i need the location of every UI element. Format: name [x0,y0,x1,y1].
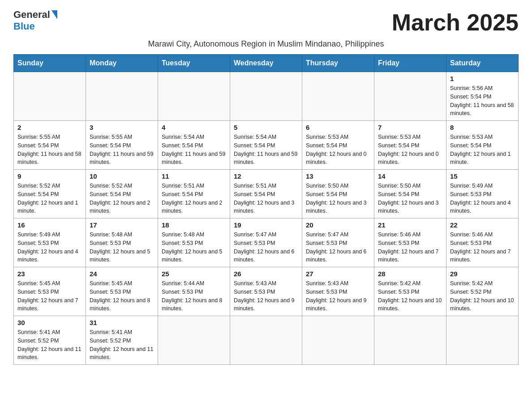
day-number: 14 [378,172,442,180]
day-number: 27 [306,270,370,278]
day-info: Sunrise: 5:41 AMSunset: 5:52 PMDaylight:… [90,328,154,362]
calendar-day-cell [302,72,374,121]
calendar-day-cell: 20Sunrise: 5:47 AMSunset: 5:53 PMDayligh… [302,218,374,267]
day-info: Sunrise: 5:42 AMSunset: 5:53 PMDaylight:… [378,279,442,313]
calendar-day-cell: 29Sunrise: 5:42 AMSunset: 5:52 PMDayligh… [446,267,519,316]
day-info: Sunrise: 5:51 AMSunset: 5:54 PMDaylight:… [162,182,226,215]
weekday-header-wednesday: Wednesday [230,55,302,72]
day-number: 5 [234,124,298,131]
day-info: Sunrise: 5:52 AMSunset: 5:54 PMDaylight:… [17,182,82,215]
day-info: Sunrise: 5:45 AMSunset: 5:53 PMDaylight:… [90,279,154,313]
day-number: 9 [17,172,82,180]
day-number: 7 [378,124,442,131]
calendar-day-cell: 26Sunrise: 5:43 AMSunset: 5:53 PMDayligh… [230,267,302,316]
day-number: 19 [234,221,298,229]
day-info: Sunrise: 5:53 AMSunset: 5:54 PMDaylight:… [450,133,515,167]
calendar-day-cell: 17Sunrise: 5:48 AMSunset: 5:53 PMDayligh… [86,218,158,267]
day-info: Sunrise: 5:53 AMSunset: 5:54 PMDaylight:… [306,133,370,167]
day-number: 18 [162,221,226,229]
calendar-day-cell: 10Sunrise: 5:52 AMSunset: 5:54 PMDayligh… [86,170,158,218]
day-number: 25 [162,270,226,278]
day-number: 3 [90,124,154,131]
day-info: Sunrise: 5:47 AMSunset: 5:53 PMDaylight:… [234,231,298,264]
day-info: Sunrise: 5:50 AMSunset: 5:54 PMDaylight:… [306,182,370,215]
weekday-header-tuesday: Tuesday [158,55,230,72]
header: General Blue March 2025 [13,9,519,36]
calendar-table: SundayMondayTuesdayWednesdayThursdayFrid… [13,54,519,365]
day-number: 16 [17,221,82,229]
day-number: 24 [90,270,154,278]
day-info: Sunrise: 5:46 AMSunset: 5:53 PMDaylight:… [450,231,515,264]
calendar-week-row: 16Sunrise: 5:49 AMSunset: 5:53 PMDayligh… [14,218,519,267]
day-info: Sunrise: 5:56 AMSunset: 5:54 PMDaylight:… [450,84,515,118]
day-number: 15 [450,172,515,180]
calendar-day-cell: 31Sunrise: 5:41 AMSunset: 5:52 PMDayligh… [86,316,158,365]
day-info: Sunrise: 5:48 AMSunset: 5:53 PMDaylight:… [162,231,226,264]
calendar-day-cell: 21Sunrise: 5:46 AMSunset: 5:53 PMDayligh… [374,218,446,267]
calendar-day-cell [14,72,86,121]
calendar-day-cell: 25Sunrise: 5:44 AMSunset: 5:53 PMDayligh… [158,267,230,316]
day-number: 2 [17,124,82,131]
day-number: 13 [306,172,370,180]
weekday-header-sunday: Sunday [14,55,86,72]
day-number: 4 [162,124,226,131]
calendar-day-cell: 14Sunrise: 5:50 AMSunset: 5:54 PMDayligh… [374,170,446,218]
calendar-day-cell: 23Sunrise: 5:45 AMSunset: 5:53 PMDayligh… [14,267,86,316]
calendar-day-cell: 15Sunrise: 5:49 AMSunset: 5:53 PMDayligh… [446,170,519,218]
calendar-day-cell: 1Sunrise: 5:56 AMSunset: 5:54 PMDaylight… [446,72,519,121]
calendar-header-row: SundayMondayTuesdayWednesdayThursdayFrid… [14,55,519,72]
calendar-day-cell: 24Sunrise: 5:45 AMSunset: 5:53 PMDayligh… [86,267,158,316]
calendar-week-row: 2Sunrise: 5:55 AMSunset: 5:54 PMDaylight… [14,121,519,170]
calendar-day-cell: 30Sunrise: 5:41 AMSunset: 5:52 PMDayligh… [14,316,86,365]
day-info: Sunrise: 5:54 AMSunset: 5:54 PMDaylight:… [234,133,298,167]
day-number: 17 [90,221,154,229]
calendar-day-cell [158,72,230,121]
calendar-subtitle: Marawi City, Autonomous Region in Muslim… [13,39,519,49]
day-info: Sunrise: 5:53 AMSunset: 5:54 PMDaylight:… [378,133,442,167]
day-info: Sunrise: 5:43 AMSunset: 5:53 PMDaylight:… [306,279,370,313]
calendar-week-row: 30Sunrise: 5:41 AMSunset: 5:52 PMDayligh… [14,316,519,365]
day-number: 1 [450,75,515,82]
logo: General Blue [13,9,57,32]
day-info: Sunrise: 5:54 AMSunset: 5:54 PMDaylight:… [162,133,226,167]
calendar-day-cell: 16Sunrise: 5:49 AMSunset: 5:53 PMDayligh… [14,218,86,267]
calendar-day-cell: 19Sunrise: 5:47 AMSunset: 5:53 PMDayligh… [230,218,302,267]
calendar-day-cell: 27Sunrise: 5:43 AMSunset: 5:53 PMDayligh… [302,267,374,316]
calendar-day-cell [374,316,446,365]
weekday-header-monday: Monday [86,55,158,72]
day-number: 29 [450,270,515,278]
month-title: March 2025 [392,9,519,36]
calendar-day-cell: 9Sunrise: 5:52 AMSunset: 5:54 PMDaylight… [14,170,86,218]
calendar-day-cell [446,316,519,365]
calendar-day-cell: 5Sunrise: 5:54 AMSunset: 5:54 PMDaylight… [230,121,302,170]
day-number: 31 [90,319,154,326]
calendar-day-cell [374,72,446,121]
weekday-header-friday: Friday [374,55,446,72]
day-info: Sunrise: 5:41 AMSunset: 5:52 PMDaylight:… [17,328,82,362]
calendar-day-cell [158,316,230,365]
calendar-week-row: 1Sunrise: 5:56 AMSunset: 5:54 PMDaylight… [14,72,519,121]
day-number: 23 [17,270,82,278]
calendar-day-cell: 6Sunrise: 5:53 AMSunset: 5:54 PMDaylight… [302,121,374,170]
day-info: Sunrise: 5:46 AMSunset: 5:53 PMDaylight:… [378,231,442,264]
day-info: Sunrise: 5:45 AMSunset: 5:53 PMDaylight:… [17,279,82,313]
day-info: Sunrise: 5:43 AMSunset: 5:53 PMDaylight:… [234,279,298,313]
day-number: 22 [450,221,515,229]
day-info: Sunrise: 5:55 AMSunset: 5:54 PMDaylight:… [17,133,82,167]
calendar-day-cell: 28Sunrise: 5:42 AMSunset: 5:53 PMDayligh… [374,267,446,316]
calendar-day-cell: 7Sunrise: 5:53 AMSunset: 5:54 PMDaylight… [374,121,446,170]
calendar-day-cell: 4Sunrise: 5:54 AMSunset: 5:54 PMDaylight… [158,121,230,170]
day-number: 26 [234,270,298,278]
day-number: 12 [234,172,298,180]
logo-general-text: General [13,9,50,21]
calendar-day-cell: 2Sunrise: 5:55 AMSunset: 5:54 PMDaylight… [14,121,86,170]
day-info: Sunrise: 5:42 AMSunset: 5:52 PMDaylight:… [450,279,515,313]
day-info: Sunrise: 5:48 AMSunset: 5:53 PMDaylight:… [90,231,154,264]
day-number: 8 [450,124,515,131]
day-info: Sunrise: 5:47 AMSunset: 5:53 PMDaylight:… [306,231,370,264]
day-number: 28 [378,270,442,278]
calendar-day-cell: 3Sunrise: 5:55 AMSunset: 5:54 PMDaylight… [86,121,158,170]
day-info: Sunrise: 5:55 AMSunset: 5:54 PMDaylight:… [90,133,154,167]
day-info: Sunrise: 5:50 AMSunset: 5:54 PMDaylight:… [378,182,442,215]
day-info: Sunrise: 5:49 AMSunset: 5:53 PMDaylight:… [450,182,515,215]
